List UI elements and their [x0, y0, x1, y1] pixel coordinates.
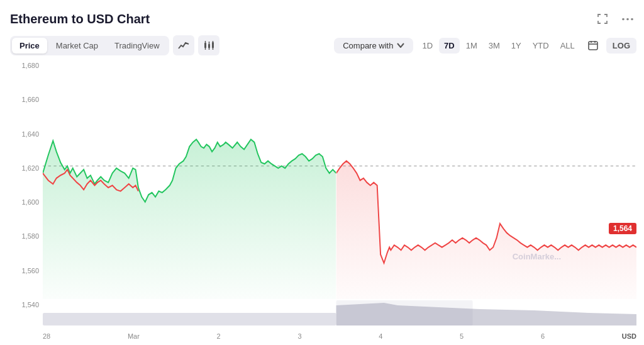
tab-tradingview[interactable]: TradingView — [107, 38, 167, 54]
chart-main: CoinMarke... — [43, 62, 636, 340]
watermark-text: CoinMarke... — [513, 252, 561, 261]
x-label-5: 5 — [460, 332, 464, 340]
line-chart-icon[interactable] — [173, 35, 194, 55]
y-label-1580: 1,580 — [21, 232, 39, 240]
svg-rect-12 — [589, 42, 597, 50]
chart-container: Ethereum to USD Chart Price Market Cap T… — [0, 0, 644, 345]
y-label-1540: 1,540 — [21, 301, 39, 308]
compare-with-label: Compare with — [343, 41, 393, 50]
price-chart-svg — [43, 62, 636, 299]
period-3m[interactable]: 3M — [484, 38, 505, 54]
period-group: 1D 7D 1M 3M 1Y YTD ALL — [417, 38, 579, 54]
price-badge-value: 1,564 — [609, 223, 636, 234]
x-label-6: 6 — [541, 332, 545, 340]
x-label-28: 28 — [43, 332, 50, 340]
x-axis: 28 Mar 2 3 4 5 6 USD — [43, 331, 636, 340]
period-1m[interactable]: 1M — [461, 38, 482, 54]
y-label-1564: 1,560 — [21, 267, 39, 274]
x-label-2: 2 — [217, 332, 221, 340]
more-options-icon[interactable] — [619, 10, 636, 28]
svg-point-1 — [626, 18, 629, 20]
svg-rect-3 — [204, 43, 206, 48]
chart-area: 1,680 1,660 1,640 1,620 1,600 1,580 1,56… — [10, 62, 636, 340]
svg-rect-6 — [208, 44, 210, 48]
candlestick-icon[interactable] — [198, 35, 219, 55]
expand-icon[interactable] — [594, 10, 611, 28]
header-icons — [594, 10, 636, 28]
x-label-usd: USD — [622, 332, 636, 340]
y-axis: 1,680 1,660 1,640 1,620 1,600 1,580 1,56… — [10, 62, 43, 340]
y-label-1620: 1,620 — [21, 164, 39, 172]
period-ytd[interactable]: YTD — [528, 38, 554, 54]
x-label-mar: Mar — [128, 332, 140, 340]
minimap-svg — [43, 300, 636, 331]
svg-container: CoinMarke... — [43, 62, 636, 299]
compare-with-button[interactable]: Compare with — [334, 38, 413, 54]
period-7d[interactable]: 7D — [439, 38, 460, 54]
chart-header: Ethereum to USD Chart — [10, 10, 636, 28]
tab-market-cap[interactable]: Market Cap — [48, 38, 106, 54]
minimap-area — [43, 300, 636, 331]
tab-group: Price Market Cap TradingView — [10, 36, 169, 55]
svg-rect-19 — [43, 313, 336, 325]
period-1y[interactable]: 1Y — [506, 38, 526, 54]
svg-rect-20 — [336, 300, 473, 325]
period-1d[interactable]: 1D — [417, 38, 438, 54]
svg-point-0 — [622, 18, 625, 20]
log-button[interactable]: LOG — [606, 38, 636, 54]
svg-point-2 — [631, 18, 633, 20]
chart-title: Ethereum to USD Chart — [10, 12, 150, 26]
tab-price[interactable]: Price — [12, 38, 47, 54]
toolbar: Price Market Cap TradingView — [10, 35, 636, 55]
x-label-3: 3 — [297, 332, 301, 340]
x-label-4: 4 — [379, 332, 382, 340]
svg-rect-9 — [212, 42, 214, 48]
y-label-1640: 1,640 — [21, 130, 39, 138]
period-all[interactable]: ALL — [555, 38, 580, 54]
y-label-1680: 1,680 — [21, 62, 39, 69]
y-label-1600: 1,600 — [21, 198, 39, 206]
y-label-1660: 1,660 — [21, 96, 39, 103]
calendar-icon[interactable] — [584, 36, 602, 55]
